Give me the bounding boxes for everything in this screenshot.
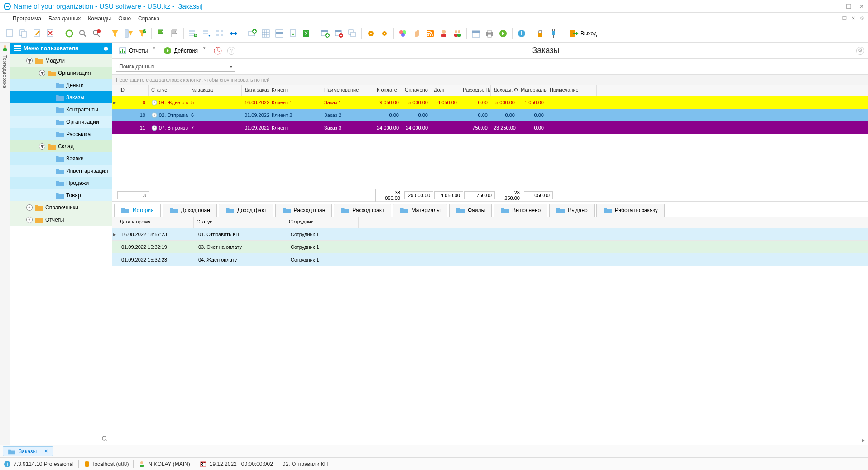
tab-Выполнено[interactable]: Выполнено xyxy=(494,204,547,217)
col-id[interactable]: ID xyxy=(117,85,149,96)
table-row[interactable]: 11🕑 07. В производ...701.09.2022КлиентЗа… xyxy=(112,121,868,134)
nav-mailing[interactable]: Рассылка xyxy=(10,128,112,140)
window-add-icon[interactable] xyxy=(319,27,331,40)
list-arrow-icon[interactable] xyxy=(200,27,213,40)
mdi-restore-button[interactable]: ❐ xyxy=(842,15,847,21)
tab-Материалы[interactable]: Материалы xyxy=(393,204,447,217)
grid-icon[interactable] xyxy=(259,27,272,40)
nav-sales[interactable]: Продажи xyxy=(10,177,112,189)
sidebar-search-icon[interactable] xyxy=(102,436,108,442)
mdi-minimize-button[interactable]: — xyxy=(833,15,838,21)
window-tab-orders[interactable]: Заказы ✕ xyxy=(3,446,53,456)
table-row[interactable]: 10🕑 02. Отправили ...601.09.2022Клиент 2… xyxy=(112,109,868,121)
search-clear-icon[interactable] xyxy=(90,27,103,40)
nav-modules[interactable]: ⯆ Модули xyxy=(10,54,112,67)
tree-icon[interactable] xyxy=(214,27,226,40)
expand-icon[interactable]: + xyxy=(26,204,33,211)
hand-icon[interactable] xyxy=(410,27,423,40)
nav-directories[interactable]: + Справочники xyxy=(10,201,112,213)
color-icon[interactable] xyxy=(397,27,409,40)
minimize-button[interactable]: — xyxy=(832,3,839,10)
filter-icon[interactable] xyxy=(109,27,121,40)
nav-inventory[interactable]: Инвентаризация xyxy=(10,165,112,177)
grid-select-icon[interactable] xyxy=(273,27,286,40)
delete-icon[interactable] xyxy=(44,27,57,40)
fit-width-icon[interactable] xyxy=(227,27,240,40)
col-name[interactable]: Наименование xyxy=(321,85,374,96)
print-icon[interactable] xyxy=(483,27,496,40)
settings-button[interactable]: ⚙ xyxy=(856,47,864,55)
menu-commands[interactable]: Команды xyxy=(84,15,115,22)
col-inc-fact[interactable]: Доходы. Факт xyxy=(491,85,518,96)
nav-goods[interactable]: Товар xyxy=(10,189,112,201)
col-paid[interactable]: Оплачено xyxy=(402,85,431,96)
nav-organization[interactable]: ⯆ Организация xyxy=(10,67,112,79)
nav-money[interactable]: Деньги xyxy=(10,79,112,91)
rss-icon[interactable] xyxy=(424,27,436,40)
lock-icon[interactable] xyxy=(534,27,547,40)
col-sub-status[interactable]: Статус xyxy=(194,217,286,228)
help-button[interactable]: ? xyxy=(227,47,235,55)
col-exp-plan[interactable]: Расходы. План xyxy=(460,85,491,96)
menu-program[interactable]: Программа xyxy=(9,15,45,22)
filter-column-icon[interactable] xyxy=(122,27,135,40)
list-add-icon[interactable] xyxy=(187,27,199,40)
collapse-icon[interactable]: ⯆ xyxy=(39,143,45,150)
tab-close-icon[interactable]: ✕ xyxy=(44,448,48,454)
windows-icon[interactable] xyxy=(346,27,359,40)
history-row[interactable]: 01.09.2022 15:32:1903. Счет на оплатуСот… xyxy=(112,241,868,253)
reports-button[interactable]: Отчеты xyxy=(116,45,150,57)
clock-button[interactable] xyxy=(211,45,225,57)
user-icon[interactable] xyxy=(437,27,450,40)
refresh-icon[interactable] xyxy=(63,27,76,40)
history-row[interactable]: ▸16.08.2022 18:57:2301. Отправить КПСотр… xyxy=(112,228,868,241)
users-icon[interactable] xyxy=(451,27,464,40)
forward-icon[interactable] xyxy=(497,27,509,40)
tab-Выдано[interactable]: Выдано xyxy=(549,204,595,217)
new-icon[interactable] xyxy=(4,27,16,40)
nav-reports[interactable]: + Отчеты xyxy=(10,213,112,226)
filter-clear-icon[interactable] xyxy=(136,27,149,40)
window-remove-icon[interactable] xyxy=(332,27,345,40)
flag-add-icon[interactable] xyxy=(154,27,167,40)
expand-icon[interactable]: + xyxy=(26,217,33,223)
edit-icon[interactable] xyxy=(31,27,43,40)
collapse-icon[interactable]: ⯆ xyxy=(26,58,33,64)
actions-button[interactable]: Действия xyxy=(161,45,200,57)
col-date[interactable]: Дата заказа xyxy=(242,85,269,96)
menu-window[interactable]: Окно xyxy=(115,15,134,22)
exit-button[interactable]: Выход xyxy=(566,29,599,39)
menu-database[interactable]: База данных xyxy=(45,15,84,22)
excel-export-icon[interactable]: X xyxy=(300,27,313,40)
close-button[interactable]: ✕ xyxy=(859,3,864,10)
mdi-close-button[interactable]: ✕ xyxy=(851,15,855,21)
search-icon[interactable] xyxy=(77,27,89,40)
tab-Доход план[interactable]: Доход план xyxy=(163,204,217,217)
actions-dropdown[interactable]: ▼ xyxy=(200,45,208,57)
info-icon[interactable]: i xyxy=(515,27,528,40)
col-debt[interactable]: Долг xyxy=(431,85,460,96)
add-row-icon[interactable] xyxy=(246,27,259,40)
group-by-bar[interactable]: Перетащите сюда заголовок колонки, чтобы… xyxy=(112,74,868,85)
search-combo[interactable]: Поиск данных ▼ xyxy=(116,62,235,72)
col-employee[interactable]: Сотрудник xyxy=(286,217,359,228)
nav-organizations[interactable]: Организации xyxy=(10,116,112,128)
reports-dropdown[interactable]: ▼ xyxy=(150,45,158,57)
col-client[interactable]: Клиент xyxy=(269,85,321,96)
col-status[interactable]: Статус xyxy=(149,85,188,96)
pin-icon[interactable]: ⬢ xyxy=(104,46,108,52)
tab-Доход факт[interactable]: Доход факт xyxy=(219,204,273,217)
col-to-pay[interactable]: К оплате xyxy=(374,85,402,96)
plug-icon[interactable] xyxy=(547,27,560,40)
calendar-icon[interactable] xyxy=(470,27,482,40)
col-materials[interactable]: Материалы xyxy=(518,85,547,96)
mdi-settings-icon[interactable]: ⚙ xyxy=(860,15,864,21)
gear-icon[interactable] xyxy=(364,27,377,40)
tab-Файлы[interactable]: Файлы xyxy=(449,204,492,217)
tab-Расход факт[interactable]: Расход факт xyxy=(334,204,391,217)
nav-requests[interactable]: Заявки xyxy=(10,152,112,165)
tab-Расход план[interactable]: Расход план xyxy=(275,204,332,217)
support-tab[interactable]: Техподдержка xyxy=(0,43,10,445)
col-note[interactable]: Примечание xyxy=(547,85,597,96)
export-down-icon[interactable] xyxy=(287,27,299,40)
